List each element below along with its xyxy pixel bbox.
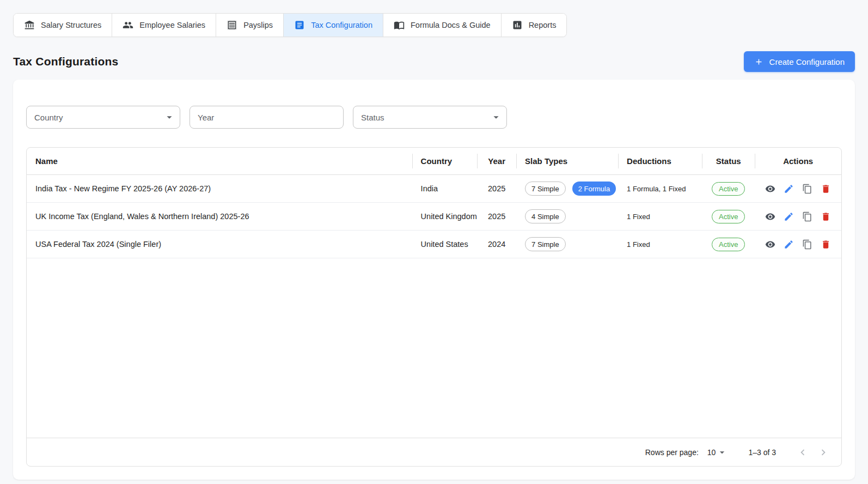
pagination-bar: Rows per page: 10 1–3 of 3 xyxy=(27,438,841,466)
chevron-down-icon xyxy=(717,447,728,458)
pagination-range-label: 1–3 of 3 xyxy=(748,448,776,457)
cell-name: UK Income Tax (England, Wales & Northern… xyxy=(27,203,412,231)
previous-page-button[interactable] xyxy=(797,446,809,458)
slab-chip: 2 Formula xyxy=(572,182,616,196)
cell-deductions: 1 Fixed xyxy=(618,231,702,258)
tax-configuration-page: Salary Structures Employee Salaries Pays… xyxy=(0,0,868,484)
tab-label: Tax Configuration xyxy=(311,21,372,29)
copy-icon xyxy=(802,211,812,222)
eye-icon xyxy=(765,239,775,250)
column-header-status: Status xyxy=(702,148,755,175)
plus-icon xyxy=(754,57,763,66)
column-header-name: Name xyxy=(27,148,412,175)
copy-button[interactable] xyxy=(802,184,812,194)
trash-icon xyxy=(821,211,831,222)
configurations-table: Name Country Year Slab Types Deductions … xyxy=(27,148,841,258)
people-icon xyxy=(123,20,133,31)
pencil-icon xyxy=(784,239,794,250)
filters-row: Country Status xyxy=(26,106,842,129)
country-filter-label: Country xyxy=(34,113,63,122)
chevron-down-icon xyxy=(490,111,502,123)
chevron-left-icon xyxy=(797,446,809,458)
cell-slab-types: 7 Simple xyxy=(516,231,618,258)
tab-reports[interactable]: Reports xyxy=(502,14,567,37)
table-empty-area xyxy=(27,258,841,438)
column-header-year: Year xyxy=(477,148,516,175)
tab-label: Employee Salaries xyxy=(139,21,205,29)
table-row: India Tax - New Regime FY 2025-26 (AY 20… xyxy=(27,175,841,203)
edit-button[interactable] xyxy=(784,184,794,194)
configurations-card: Country Status xyxy=(13,80,855,480)
status-badge: Active xyxy=(712,238,745,251)
cell-actions xyxy=(755,203,841,231)
view-button[interactable] xyxy=(765,211,775,222)
receipt-icon xyxy=(227,20,237,31)
trash-icon xyxy=(821,184,831,194)
eye-icon xyxy=(765,184,775,194)
status-filter-select[interactable]: Status xyxy=(353,106,507,129)
cell-country: India xyxy=(412,175,478,203)
copy-icon xyxy=(802,184,812,194)
copy-icon xyxy=(802,239,812,250)
column-header-slab-types: Slab Types xyxy=(516,148,618,175)
configurations-table-container: Name Country Year Slab Types Deductions … xyxy=(26,147,842,467)
title-row: Tax Configurations Create Configuration xyxy=(13,51,855,72)
delete-button[interactable] xyxy=(821,239,831,250)
chevron-down-icon xyxy=(163,111,175,123)
page-title: Tax Configurations xyxy=(13,55,118,68)
tab-salary-structures[interactable]: Salary Structures xyxy=(14,14,112,37)
tab-tax-configuration[interactable]: Tax Configuration xyxy=(284,14,383,37)
edit-button[interactable] xyxy=(784,211,794,222)
view-button[interactable] xyxy=(765,184,775,194)
main-nav-tabs: Salary Structures Employee Salaries Pays… xyxy=(13,13,567,37)
create-configuration-label: Create Configuration xyxy=(769,57,845,66)
book-icon xyxy=(394,20,405,31)
country-filter-select[interactable]: Country xyxy=(26,106,180,129)
delete-button[interactable] xyxy=(821,184,831,194)
tab-employee-salaries[interactable]: Employee Salaries xyxy=(112,14,216,37)
delete-button[interactable] xyxy=(821,211,831,222)
rows-per-page-select[interactable]: 10 xyxy=(707,447,728,458)
rows-per-page-value: 10 xyxy=(707,448,716,457)
cell-actions xyxy=(755,175,841,203)
copy-button[interactable] xyxy=(802,211,812,222)
bank-icon xyxy=(24,20,35,31)
cell-deductions: 1 Fixed xyxy=(618,203,702,231)
edit-button[interactable] xyxy=(784,239,794,250)
cell-name: USA Federal Tax 2024 (Single Filer) xyxy=(27,231,412,258)
year-filter-field[interactable] xyxy=(190,106,344,129)
pencil-icon xyxy=(784,184,794,194)
slab-chip: 4 Simple xyxy=(525,209,566,223)
column-header-deductions: Deductions xyxy=(618,148,702,175)
table-row: UK Income Tax (England, Wales & Northern… xyxy=(27,203,841,231)
column-header-country: Country xyxy=(412,148,478,175)
year-filter-input[interactable] xyxy=(198,106,335,128)
cell-country: United States xyxy=(412,231,478,258)
view-button[interactable] xyxy=(765,239,775,250)
tab-label: Payslips xyxy=(243,21,273,29)
create-configuration-button[interactable]: Create Configuration xyxy=(744,51,855,72)
tab-formula-docs-guide[interactable]: Formula Docs & Guide xyxy=(383,14,502,37)
eye-icon xyxy=(765,211,775,222)
status-badge: Active xyxy=(712,182,745,196)
cell-slab-types: 4 Simple xyxy=(516,203,618,231)
table-row: USA Federal Tax 2024 (Single Filer) Unit… xyxy=(27,231,841,258)
cell-year: 2025 xyxy=(477,203,516,231)
cell-year: 2024 xyxy=(477,231,516,258)
cell-status: Active xyxy=(702,231,755,258)
cell-country: United Kingdom xyxy=(412,203,478,231)
cell-status: Active xyxy=(702,203,755,231)
tab-label: Formula Docs & Guide xyxy=(411,21,491,29)
cell-deductions: 1 Formula, 1 Fixed xyxy=(618,175,702,203)
column-header-actions: Actions xyxy=(755,148,841,175)
cell-slab-types: 7 Simple 2 Formula xyxy=(516,175,618,203)
table-header-row: Name Country Year Slab Types Deductions … xyxy=(27,148,841,175)
tab-label: Salary Structures xyxy=(41,21,101,29)
cell-status: Active xyxy=(702,175,755,203)
tab-payslips[interactable]: Payslips xyxy=(216,14,284,37)
status-filter-label: Status xyxy=(361,113,384,122)
next-page-button[interactable] xyxy=(817,446,829,458)
slab-chip: 7 Simple xyxy=(525,182,566,196)
copy-button[interactable] xyxy=(802,239,812,250)
tab-label: Reports xyxy=(529,21,557,29)
